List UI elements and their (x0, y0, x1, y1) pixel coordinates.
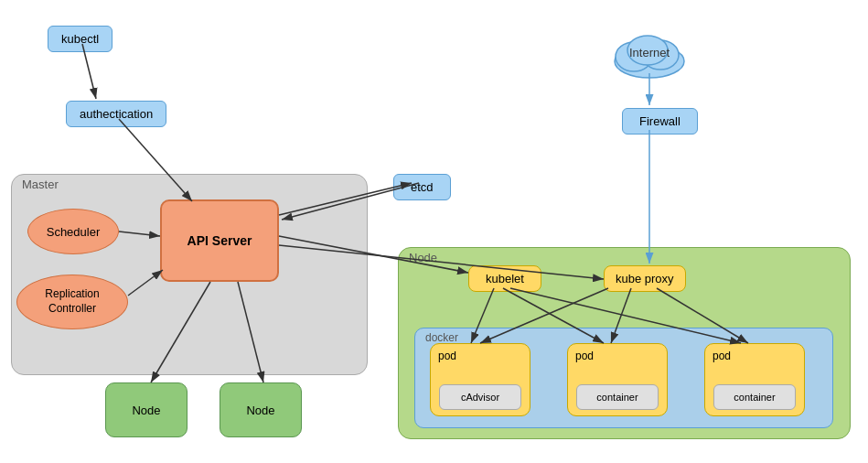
node-region-label: Node (409, 251, 437, 264)
firewall-label: Firewall (639, 114, 680, 128)
container1-node: container (576, 384, 659, 410)
authentication-node: authectication (66, 101, 166, 127)
pod3-label: pod (713, 350, 731, 362)
scheduler-node: Scheduler (27, 209, 119, 254)
cadvisor-label: cAdvisor (461, 392, 499, 403)
master-label: Master (22, 178, 59, 191)
etcd-node: etcd (393, 174, 451, 200)
kubeproxy-label: kube proxy (616, 272, 674, 285)
authentication-label: authectication (80, 107, 153, 121)
replication-controller-node: ReplicationController (16, 275, 128, 329)
api-server-label: API Server (188, 233, 252, 248)
api-server-node: API Server (160, 199, 279, 282)
node1-label: Node (132, 404, 160, 417)
pod2-label: pod (575, 350, 594, 362)
node-green-2: Node (220, 382, 302, 437)
container2-label: container (734, 392, 775, 403)
cadvisor-node: cAdvisor (439, 384, 521, 410)
kubelet-node: kubelet (468, 265, 541, 292)
internet-label: Internet (604, 46, 695, 59)
replication-controller-label: ReplicationController (45, 287, 99, 316)
kubectl-node: kubectl (48, 26, 113, 52)
diagram: kubectl authectication Master API Server… (0, 0, 868, 463)
container1-label: container (596, 392, 638, 403)
etcd-label: etcd (411, 180, 434, 194)
node-green-1: Node (105, 382, 188, 437)
scheduler-label: Scheduler (47, 225, 101, 239)
container2-node: container (713, 384, 796, 410)
kubeproxy-node: kube proxy (604, 265, 686, 292)
svg-line-6 (82, 44, 96, 99)
pod1-label: pod (438, 350, 456, 362)
kubelet-label: kubelet (486, 272, 524, 285)
firewall-node: Firewall (622, 108, 698, 135)
docker-label: docker (425, 331, 458, 344)
internet-cloud: Internet (604, 20, 695, 87)
node2-label: Node (246, 404, 274, 417)
kubectl-label: kubectl (61, 32, 99, 46)
